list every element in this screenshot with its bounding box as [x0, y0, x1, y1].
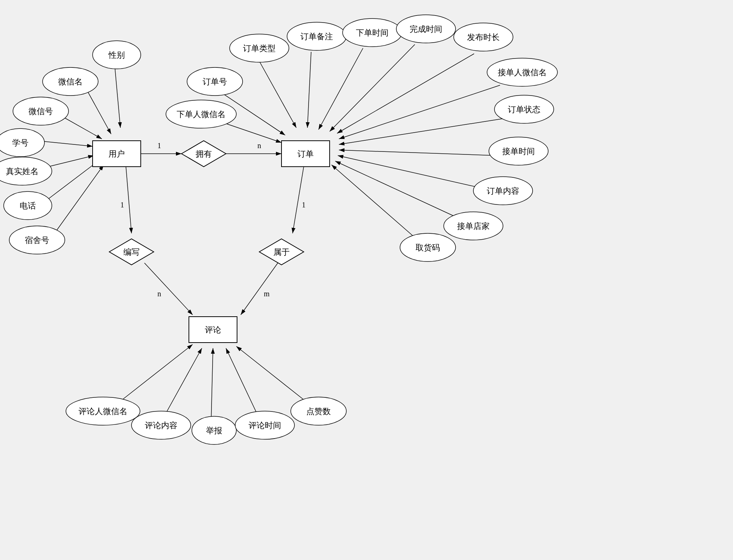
svg-text:1: 1: [157, 141, 161, 150]
attr-comment-content-label: 评论内容: [145, 421, 177, 430]
attr-publish-duration-label: 发布时长: [467, 33, 500, 42]
attr-store-label: 接单店家: [457, 221, 490, 231]
entity-comment-label: 评论: [205, 325, 221, 334]
attr-commenter-wechat-label: 评论人微信名: [79, 407, 127, 416]
attr-real-name-label: 真实姓名: [6, 167, 39, 176]
attr-order-time-label: 下单时间: [356, 28, 389, 37]
attr-phone-label: 电话: [20, 201, 36, 210]
attr-order-note-label: 订单备注: [300, 32, 333, 41]
svg-text:1: 1: [120, 201, 124, 209]
attr-comment-time-label: 评论时间: [249, 421, 281, 430]
attr-wechat-id-label: 微信号: [29, 107, 53, 116]
entity-user-label: 用户: [109, 149, 125, 159]
svg-text:n: n: [157, 290, 161, 298]
attr-receive-time-label: 接单时间: [502, 147, 535, 156]
attr-order-wechat-label: 下单人微信名: [177, 110, 226, 119]
attr-receiver-wechat-label: 接单人微信名: [498, 68, 547, 77]
svg-rect-2: [0, 0, 733, 560]
attr-order-no-label: 订单号: [203, 77, 227, 86]
entity-order-label: 订单: [297, 149, 314, 159]
attr-order-type-label: 订单类型: [243, 44, 276, 53]
svg-text:1: 1: [302, 201, 306, 209]
attr-order-content-label: 订单内容: [487, 186, 519, 196]
attr-dorm-label: 宿舍号: [25, 236, 49, 245]
svg-text:n: n: [257, 141, 261, 150]
attr-report-label: 举报: [206, 426, 222, 435]
attr-pickup-code-label: 取货码: [416, 243, 440, 252]
svg-text:m: m: [264, 290, 270, 298]
rel-write-label: 编写: [123, 247, 140, 257]
rel-own-label: 拥有: [196, 149, 212, 159]
attr-likes-label: 点赞数: [306, 407, 331, 416]
attr-student-id-label: 学号: [12, 138, 29, 147]
attr-order-status-label: 订单状态: [508, 105, 540, 114]
attr-finish-time-label: 完成时间: [410, 24, 442, 34]
rel-belong-label: 属于: [273, 247, 290, 257]
attr-gender-label: 性别: [108, 50, 125, 60]
attr-wechat-name-label: 微信名: [58, 77, 83, 86]
